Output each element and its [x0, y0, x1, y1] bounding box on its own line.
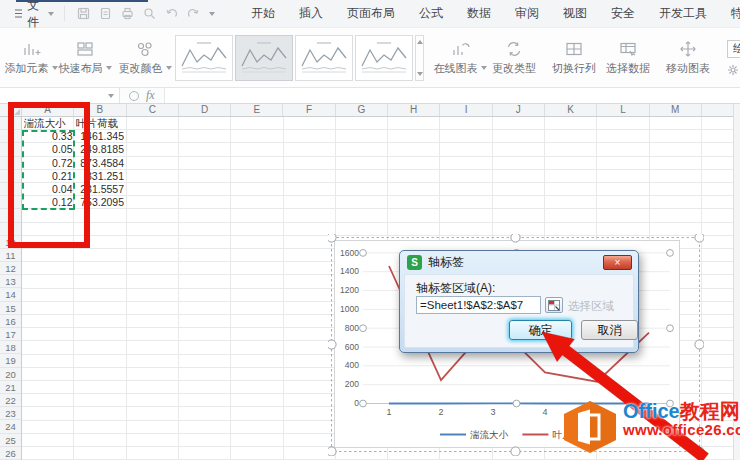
- change-colors-button[interactable]: 更改颜色: [118, 40, 172, 76]
- column-headers: ABCDEFGHIJKLM: [0, 104, 733, 117]
- menu-tab[interactable]: 开始: [239, 0, 287, 27]
- row-header[interactable]: 12: [0, 262, 21, 275]
- menu-tab[interactable]: 插入: [287, 0, 335, 27]
- column-header[interactable]: M: [650, 104, 702, 116]
- chevron-down-icon: [481, 66, 487, 70]
- row-header[interactable]: 17: [0, 328, 21, 341]
- column-header[interactable]: E: [231, 104, 283, 116]
- switch-row-column-button[interactable]: 切换行列: [547, 40, 601, 76]
- undo-icon[interactable]: [165, 7, 178, 20]
- quick-layout-button[interactable]: 快速布局: [58, 40, 112, 76]
- chevron-down-icon: [106, 66, 112, 70]
- print-preview-icon[interactable]: [143, 7, 156, 20]
- row-header[interactable]: 13: [0, 275, 21, 288]
- format-settings-icon: [727, 64, 739, 76]
- row-header[interactable]: 23: [0, 407, 21, 420]
- column-header[interactable]: G: [336, 104, 388, 116]
- redo-icon[interactable]: [187, 7, 200, 20]
- close-button[interactable]: ×: [603, 255, 632, 270]
- column-header[interactable]: J: [493, 104, 545, 116]
- range-picker-button[interactable]: [545, 297, 563, 313]
- gallery-scrollbar[interactable]: [415, 35, 424, 81]
- column-header[interactable]: H: [388, 104, 440, 116]
- menu-tab-strip: 开始插入页面布局公式数据审阅视图安全开发工具特色应用绘图工具: [239, 0, 740, 27]
- customize-toolbar-caret-icon[interactable]: [209, 12, 215, 16]
- axis-label-range-input[interactable]: [416, 296, 541, 314]
- svg-text:200: 200: [345, 379, 359, 389]
- menu-tab[interactable]: 数据: [455, 0, 503, 27]
- chart-style-thumbnail[interactable]: [355, 35, 413, 81]
- row-header[interactable]: 21: [0, 381, 21, 394]
- svg-text:湍流大小: 湍流大小: [470, 429, 509, 440]
- export-pdf-icon[interactable]: [99, 7, 112, 20]
- chevron-down-icon: [48, 12, 54, 16]
- color-palette-icon: [135, 40, 155, 58]
- row-header[interactable]: 20: [0, 368, 21, 381]
- svg-text:1600: 1600: [340, 248, 359, 258]
- row-header[interactable]: 24: [0, 420, 21, 433]
- name-box[interactable]: [0, 88, 120, 103]
- row-header[interactable]: 16: [0, 315, 21, 328]
- column-header[interactable]: K: [545, 104, 597, 116]
- axis-label-range-label: 轴标签区域(A):: [416, 280, 495, 297]
- row-header[interactable]: 22: [0, 394, 21, 407]
- menu-tab[interactable]: 视图: [551, 0, 599, 27]
- online-chart-icon: [450, 40, 470, 58]
- window-tab-indicator: [16, 0, 148, 2]
- ribbon-toolbar: 添加元素 快速布局 更改颜色 在线图表 更改类型: [0, 28, 740, 88]
- chart-style-thumbnail[interactable]: [175, 35, 233, 81]
- svg-text:1200: 1200: [340, 285, 359, 295]
- column-header[interactable]: L: [597, 104, 649, 116]
- menu-tab[interactable]: 审阅: [503, 0, 551, 27]
- svg-text:3: 3: [490, 407, 495, 417]
- row-header[interactable]: 26: [0, 447, 21, 460]
- menu-tab[interactable]: 开发工具: [647, 0, 719, 27]
- wps-logo-icon: S: [407, 255, 422, 270]
- move-chart-icon: [678, 40, 698, 58]
- insert-function-icon[interactable]: fx: [146, 88, 155, 103]
- change-chart-type-button[interactable]: 更改类型: [487, 40, 541, 76]
- row-header[interactable]: 18: [0, 341, 21, 354]
- move-chart-button[interactable]: 移动图表: [661, 40, 715, 76]
- row-header[interactable]: 19: [0, 354, 21, 367]
- svg-text:600: 600: [345, 342, 359, 352]
- column-header[interactable]: I: [440, 104, 492, 116]
- dialog-body: 轴标签区域(A): 选择区域 确定 取消: [404, 274, 634, 348]
- row-header[interactable]: 25: [0, 434, 21, 447]
- ok-button[interactable]: 确定: [509, 320, 572, 340]
- function-zone: fx: [120, 88, 164, 103]
- menu-tab[interactable]: 特色应用: [719, 0, 740, 27]
- svg-text:1: 1: [386, 407, 391, 417]
- row-header[interactable]: 14: [0, 288, 21, 301]
- menu-tab[interactable]: 页面布局: [335, 0, 407, 27]
- select-data-button[interactable]: 选择数据: [601, 40, 655, 76]
- print-icon[interactable]: [121, 7, 134, 20]
- chevron-down-icon: [166, 66, 172, 70]
- insert-symbol-icon[interactable]: [129, 91, 139, 101]
- save-icon[interactable]: [77, 7, 90, 20]
- column-header[interactable]: C: [127, 104, 179, 116]
- menu-tab[interactable]: 安全: [599, 0, 647, 27]
- cancel-button[interactable]: 取消: [581, 320, 638, 340]
- online-chart-button[interactable]: 在线图表: [433, 40, 487, 76]
- row-header[interactable]: 15: [0, 302, 21, 315]
- axis-labels-dialog: S 轴标签 × 轴标签区域(A): 选择区域 确定 取消: [399, 250, 639, 353]
- current-selection-group: 绘图区 设置格式 图: [721, 38, 740, 78]
- chart-element-select[interactable]: 绘图区: [727, 40, 740, 58]
- chevron-down-icon: [52, 66, 58, 70]
- bar-chart-plus-icon: [21, 40, 41, 58]
- watermark-url: www.office26.com: [623, 422, 740, 438]
- menu-tab[interactable]: 公式: [407, 0, 455, 27]
- file-menu-button[interactable]: 文件: [0, 0, 64, 28]
- select-region-hint: 选择区域: [568, 299, 614, 314]
- annotation-rectangle: [8, 102, 90, 248]
- chart-style-thumbnail[interactable]: [295, 35, 353, 81]
- svg-text:800: 800: [345, 323, 359, 333]
- chart-style-thumbnails: [175, 35, 415, 81]
- add-element-button[interactable]: 添加元素: [4, 40, 58, 76]
- row-header[interactable]: 11: [0, 249, 21, 262]
- column-header[interactable]: F: [283, 104, 335, 116]
- formula-input[interactable]: [164, 88, 740, 103]
- chart-style-thumbnail[interactable]: [235, 35, 293, 81]
- column-header[interactable]: D: [179, 104, 231, 116]
